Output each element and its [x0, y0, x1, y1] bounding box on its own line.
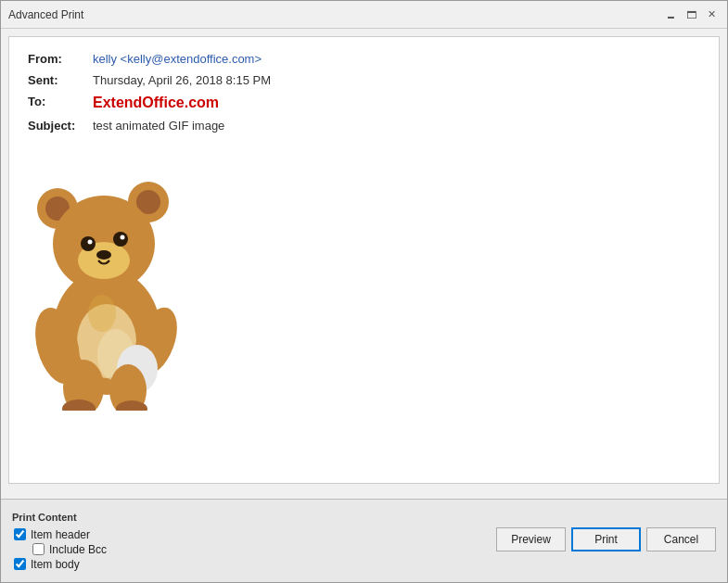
item-header-label[interactable]: Item header: [31, 528, 90, 541]
svg-point-10: [88, 240, 93, 245]
from-label: From:: [28, 52, 93, 66]
titlebar-controls: 🗕 🗖 ✕: [662, 6, 720, 23]
svg-point-12: [121, 235, 125, 240]
email-to-row: To: ExtendOffice.com: [28, 95, 700, 111]
print-content-label: Print Content: [12, 512, 216, 523]
print-button[interactable]: Print: [571, 527, 641, 551]
subject-value: test animated GIF image: [93, 119, 224, 133]
item-body-checkbox[interactable]: [14, 558, 26, 570]
email-from-row: From: kelly <kelly@extendoffice.com>: [28, 52, 700, 66]
window-title: Advanced Print: [8, 8, 83, 21]
email-subject-row: Subject: test animated GIF image: [28, 119, 700, 133]
svg-point-21: [88, 295, 116, 332]
minimize-button[interactable]: 🗕: [662, 6, 679, 23]
sent-label: Sent:: [28, 73, 93, 87]
item-header-checkbox[interactable]: [14, 528, 26, 540]
to-label: To:: [28, 95, 93, 111]
titlebar: Advanced Print 🗕 🗖 ✕: [1, 1, 727, 29]
item-body-label[interactable]: Item body: [31, 558, 80, 571]
item-header-row: Item header: [14, 528, 216, 541]
sent-value: Thursday, April 26, 2018 8:15 PM: [93, 73, 271, 87]
buttons-section: Preview Print Cancel: [216, 527, 716, 555]
subject-label: Subject:: [28, 119, 93, 133]
maximize-button[interactable]: 🗖: [683, 6, 699, 23]
include-bcc-checkbox[interactable]: [32, 543, 45, 555]
include-bcc-label[interactable]: Include Bcc: [49, 543, 107, 556]
preview-button[interactable]: Preview: [496, 527, 566, 551]
svg-point-13: [96, 250, 111, 260]
close-button[interactable]: ✕: [703, 6, 720, 23]
bear-illustration: [28, 151, 185, 411]
print-content-section: Print Content Item header Include Bcc It…: [12, 512, 216, 571]
svg-point-9: [81, 236, 96, 251]
from-value: kelly <kelly@extendoffice.com>: [93, 52, 262, 66]
window: Advanced Print 🗕 🗖 ✕ From: kelly <kelly@…: [0, 0, 728, 583]
email-sent-row: Sent: Thursday, April 26, 2018 8:15 PM: [28, 73, 700, 87]
svg-point-11: [113, 232, 128, 247]
main-content: From: kelly <kelly@extendoffice.com> Sen…: [1, 29, 727, 499]
bottom-panel: Print Content Item header Include Bcc It…: [1, 499, 727, 582]
email-preview: From: kelly <kelly@extendoffice.com> Sen…: [8, 36, 720, 484]
bear-image: [28, 151, 195, 411]
to-value: ExtendOffice.com: [93, 95, 219, 111]
item-body-row: Item body: [14, 558, 216, 571]
cancel-button[interactable]: Cancel: [646, 527, 716, 551]
include-bcc-row: Include Bcc: [32, 543, 216, 556]
email-body: [28, 151, 700, 411]
